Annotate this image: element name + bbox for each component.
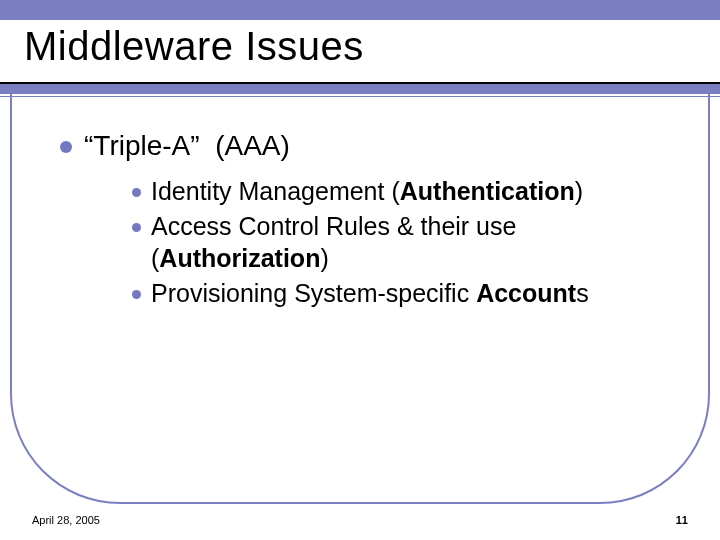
- bullet-icon: [132, 290, 141, 299]
- slide-title: Middleware Issues: [24, 24, 364, 69]
- text-bold: Authorization: [159, 244, 320, 272]
- list-item: Provisioning System-specific Accounts: [132, 278, 660, 309]
- slide: Middleware Issues “Triple-A” (AAA) Ident…: [0, 0, 720, 540]
- sub-bullet-list: Identity Management (Authentication) Acc…: [132, 176, 660, 309]
- bullet-level1: “Triple-A” (AAA): [60, 130, 660, 162]
- bullet-icon: [132, 223, 141, 232]
- text-bold: Authentication: [400, 177, 575, 205]
- text-post: ): [575, 177, 583, 205]
- content-area: “Triple-A” (AAA) Identity Management (Au…: [60, 130, 660, 313]
- list-item: Identity Management (Authentication): [132, 176, 660, 207]
- bullet-icon: [60, 141, 72, 153]
- list-item: Access Control Rules & their use (Author…: [132, 211, 660, 274]
- sub-bullet-text: Access Control Rules & their use (Author…: [151, 211, 660, 274]
- text-pre: Identity Management (: [151, 177, 400, 205]
- title-divider: [0, 82, 720, 97]
- bullet-level1-text: “Triple-A” (AAA): [84, 130, 290, 162]
- footer-page-number: 11: [676, 514, 688, 526]
- text-post: ): [320, 244, 328, 272]
- text-pre: Provisioning System-specific: [151, 279, 476, 307]
- sub-bullet-text: Identity Management (Authentication): [151, 176, 583, 207]
- footer-date: April 28, 2005: [32, 514, 100, 526]
- bullet-icon: [132, 188, 141, 197]
- text-post: s: [576, 279, 589, 307]
- top-accent-band: [0, 0, 720, 20]
- sub-bullet-text: Provisioning System-specific Accounts: [151, 278, 589, 309]
- text-bold: Account: [476, 279, 576, 307]
